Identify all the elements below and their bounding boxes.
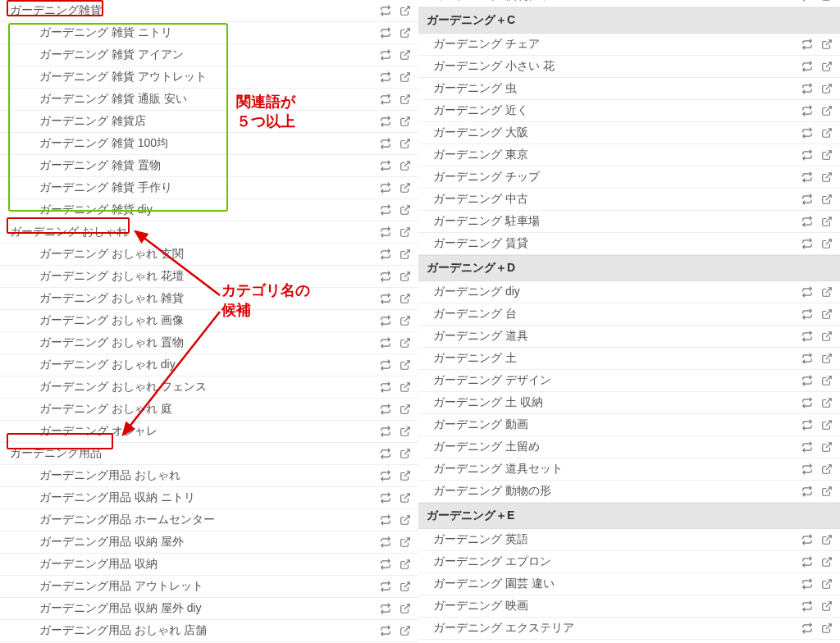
retweet-icon[interactable] bbox=[379, 48, 392, 62]
retweet-icon[interactable] bbox=[379, 447, 392, 460]
retweet-icon[interactable] bbox=[379, 248, 392, 261]
keyword-row[interactable]: ガーデニング 中古 bbox=[418, 189, 840, 211]
keyword-row[interactable]: ガーデニング 動画 bbox=[418, 414, 840, 436]
retweet-icon[interactable] bbox=[801, 396, 814, 409]
retweet-icon[interactable] bbox=[379, 292, 392, 305]
retweet-icon[interactable] bbox=[801, 485, 814, 498]
retweet-icon[interactable] bbox=[379, 137, 392, 150]
keyword-row[interactable]: ガーデニング 雑貨 手作り bbox=[0, 177, 418, 199]
retweet-icon[interactable] bbox=[801, 60, 814, 73]
keyword-row[interactable]: ガーデニング 雑貨 置物 bbox=[0, 155, 418, 177]
external-link-icon[interactable] bbox=[399, 159, 412, 172]
external-link-icon[interactable] bbox=[399, 624, 412, 637]
retweet-icon[interactable] bbox=[379, 203, 392, 217]
retweet-icon[interactable] bbox=[379, 358, 392, 372]
external-link-icon[interactable] bbox=[820, 533, 833, 546]
external-link-icon[interactable] bbox=[820, 352, 833, 365]
retweet-icon[interactable] bbox=[801, 600, 814, 613]
external-link-icon[interactable] bbox=[820, 104, 833, 117]
external-link-icon[interactable] bbox=[820, 485, 833, 498]
keyword-row[interactable]: ガーデニング 東京 bbox=[418, 144, 840, 166]
retweet-icon[interactable] bbox=[801, 622, 814, 635]
keyword-row[interactable]: ガーデニング エクステリア bbox=[418, 618, 840, 640]
retweet-icon[interactable] bbox=[801, 308, 814, 321]
external-link-icon[interactable] bbox=[399, 4, 412, 17]
retweet-icon[interactable] bbox=[801, 82, 814, 95]
external-link-icon[interactable] bbox=[399, 558, 412, 571]
keyword-row[interactable]: ガーデニング 台 bbox=[418, 303, 840, 326]
keyword-row[interactable]: ガーデニング雑貨 bbox=[0, 0, 418, 22]
external-link-icon[interactable] bbox=[399, 137, 412, 150]
external-link-icon[interactable] bbox=[399, 491, 412, 504]
retweet-icon[interactable] bbox=[379, 226, 392, 239]
external-link-icon[interactable] bbox=[820, 396, 833, 409]
external-link-icon[interactable] bbox=[399, 358, 412, 372]
keyword-row[interactable]: ガーデニング 土留め bbox=[418, 436, 840, 458]
keyword-row[interactable]: ガーデニング 道具セット bbox=[418, 458, 840, 481]
external-link-icon[interactable] bbox=[399, 336, 412, 349]
retweet-icon[interactable] bbox=[379, 558, 392, 571]
retweet-icon[interactable] bbox=[801, 418, 814, 431]
keyword-row[interactable]: ガーデニング チップ bbox=[418, 166, 840, 189]
external-link-icon[interactable] bbox=[820, 171, 833, 184]
retweet-icon[interactable] bbox=[379, 602, 392, 615]
keyword-row[interactable]: ガーデニング 虫 bbox=[418, 78, 840, 100]
external-link-icon[interactable] bbox=[399, 248, 412, 261]
keyword-row[interactable]: ガーデニング 雑貨 通販 安い bbox=[0, 89, 418, 111]
retweet-icon[interactable] bbox=[801, 440, 814, 454]
keyword-row[interactable]: ガーデニング 賃貸 bbox=[418, 233, 840, 255]
retweet-icon[interactable] bbox=[379, 403, 392, 416]
external-link-icon[interactable] bbox=[820, 622, 833, 635]
retweet-icon[interactable] bbox=[379, 93, 392, 106]
keyword-row[interactable]: ガーデニング おしゃれ 置物 bbox=[0, 332, 418, 354]
keyword-row[interactable]: ガーデニング おしゃれ diy bbox=[0, 354, 418, 376]
keyword-row[interactable]: ガーデニング 小さい 花 bbox=[418, 56, 840, 78]
keyword-row[interactable]: ガーデニング 土 収納 bbox=[418, 392, 840, 414]
keyword-row[interactable]: ガーデニング おしゃれ 花壇 bbox=[0, 266, 418, 288]
keyword-row[interactable]: ガーデニング 道具 bbox=[418, 326, 840, 348]
external-link-icon[interactable] bbox=[820, 577, 833, 591]
keyword-row[interactable]: ガーデニング おしゃれ フェンス bbox=[0, 376, 418, 399]
external-link-icon[interactable] bbox=[399, 381, 412, 394]
external-link-icon[interactable] bbox=[820, 82, 833, 95]
external-link-icon[interactable] bbox=[399, 115, 412, 128]
external-link-icon[interactable] bbox=[399, 181, 412, 194]
retweet-icon[interactable] bbox=[801, 533, 814, 546]
keyword-row[interactable]: ガーデニング用品 おしゃれ bbox=[0, 465, 418, 487]
retweet-icon[interactable] bbox=[379, 580, 392, 593]
retweet-icon[interactable] bbox=[801, 104, 814, 117]
keyword-row[interactable]: ガーデニング用品 おしゃれ 店舗 bbox=[0, 620, 418, 642]
keyword-row[interactable]: ガーデニング用品 bbox=[0, 443, 418, 465]
retweet-icon[interactable] bbox=[801, 38, 814, 51]
keyword-row[interactable]: ガーデニング用品 収納 屋外 diy bbox=[0, 598, 418, 620]
external-link-icon[interactable] bbox=[399, 203, 412, 217]
retweet-icon[interactable] bbox=[801, 463, 814, 476]
keyword-row[interactable]: ガーデニング デザイン bbox=[418, 370, 840, 392]
external-link-icon[interactable] bbox=[399, 469, 412, 482]
external-link-icon[interactable] bbox=[820, 308, 833, 321]
retweet-icon[interactable] bbox=[379, 159, 392, 172]
external-link-icon[interactable] bbox=[820, 60, 833, 73]
external-link-icon[interactable] bbox=[820, 330, 833, 343]
retweet-icon[interactable] bbox=[801, 352, 814, 365]
retweet-icon[interactable] bbox=[379, 381, 392, 394]
retweet-icon[interactable] bbox=[801, 193, 814, 206]
external-link-icon[interactable] bbox=[399, 403, 412, 416]
retweet-icon[interactable] bbox=[379, 314, 392, 327]
retweet-icon[interactable] bbox=[379, 26, 392, 39]
retweet-icon[interactable] bbox=[801, 148, 814, 162]
retweet-icon[interactable] bbox=[801, 577, 814, 591]
external-link-icon[interactable] bbox=[399, 425, 412, 438]
retweet-icon[interactable] bbox=[379, 536, 392, 549]
retweet-icon[interactable] bbox=[801, 0, 814, 2]
keyword-row[interactable]: ガーデニング 園芸 違い bbox=[418, 573, 840, 595]
external-link-icon[interactable] bbox=[820, 237, 833, 250]
retweet-icon[interactable] bbox=[801, 215, 814, 228]
external-link-icon[interactable] bbox=[399, 93, 412, 106]
keyword-row[interactable]: ガーデニング用品 収納 ニトリ bbox=[0, 487, 418, 509]
retweet-icon[interactable] bbox=[379, 469, 392, 482]
keyword-row[interactable]: ガーデニング 雑貨 アウトレット bbox=[0, 66, 418, 89]
external-link-icon[interactable] bbox=[820, 0, 833, 2]
retweet-icon[interactable] bbox=[379, 115, 392, 128]
retweet-icon[interactable] bbox=[379, 513, 392, 527]
